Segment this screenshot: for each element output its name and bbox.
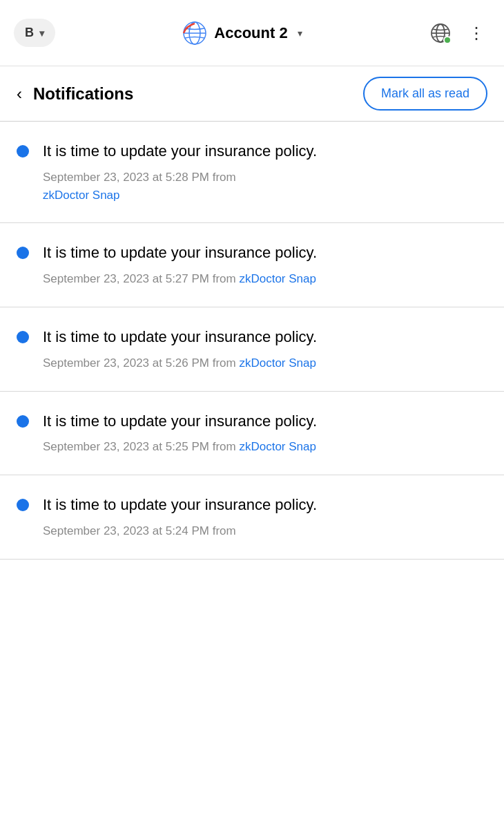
back-button[interactable]: ‹: [17, 84, 22, 104]
notification-content: It is time to update your insurance poli…: [43, 242, 487, 287]
notification-message: It is time to update your insurance poli…: [43, 327, 487, 348]
account-name-label: Account 2: [214, 24, 287, 42]
unread-dot: [17, 331, 29, 343]
notification-timestamp: September 23, 2023 at 5:27 PM from: [43, 272, 239, 285]
notification-item[interactable]: It is time to update your insurance poli…: [0, 223, 504, 307]
notification-list: It is time to update your insurance poli…: [0, 122, 504, 560]
notification-meta: September 23, 2023 at 5:24 PM from: [43, 523, 487, 540]
notification-timestamp: September 23, 2023 at 5:24 PM from: [43, 524, 236, 537]
account-chevron-icon: ▾: [298, 28, 302, 39]
more-options-button[interactable]: ⋮: [463, 21, 490, 46]
notification-content: It is time to update your insurance poli…: [43, 327, 487, 372]
top-right-icons: ⋮: [429, 21, 490, 46]
notification-item[interactable]: It is time to update your insurance poli…: [0, 307, 504, 392]
account-initial: B: [25, 26, 34, 40]
notification-message: It is time to update your insurance poli…: [43, 141, 487, 162]
account-b-button[interactable]: B ▾: [14, 19, 55, 47]
account-b-chevron-icon: ▾: [39, 28, 44, 39]
notification-content: It is time to update your insurance poli…: [43, 411, 487, 456]
unread-dot: [17, 145, 29, 158]
notification-item[interactable]: It is time to update your insurance poli…: [0, 475, 504, 560]
page-title: Notifications: [33, 84, 133, 104]
top-bar: B ▾ Account 2 ▾ ⋮: [0, 0, 504, 66]
notification-timestamp: September 23, 2023 at 5:28 PM from: [43, 171, 236, 184]
notification-timestamp: September 23, 2023 at 5:26 PM from: [43, 356, 239, 370]
status-dot: [443, 36, 452, 44]
back-section: ‹ Notifications: [17, 84, 133, 104]
account-selector[interactable]: Account 2 ▾: [182, 21, 302, 46]
notification-message: It is time to update your insurance poli…: [43, 495, 487, 516]
notification-item[interactable]: It is time to update your insurance poli…: [0, 122, 504, 223]
notification-item[interactable]: It is time to update your insurance poli…: [0, 392, 504, 476]
notification-source[interactable]: zkDoctor Snap: [239, 272, 316, 285]
notification-message: It is time to update your insurance poli…: [43, 411, 487, 432]
unread-dot: [17, 499, 29, 511]
notification-meta: September 23, 2023 at 5:28 PM fromzkDoct…: [43, 169, 487, 204]
notification-message: It is time to update your insurance poli…: [43, 242, 487, 264]
notification-source[interactable]: zkDoctor Snap: [239, 440, 316, 453]
notification-meta: September 23, 2023 at 5:25 PM from zkDoc…: [43, 439, 487, 455]
notification-source[interactable]: zkDoctor Snap: [239, 356, 316, 370]
globe-status-button[interactable]: [429, 22, 452, 44]
account-globe-icon: [182, 21, 207, 46]
notification-meta: September 23, 2023 at 5:27 PM from zkDoc…: [43, 271, 487, 287]
unread-dot: [17, 247, 29, 259]
notification-source[interactable]: zkDoctor Snap: [43, 187, 487, 204]
notification-timestamp: September 23, 2023 at 5:25 PM from: [43, 440, 239, 453]
notification-content: It is time to update your insurance poli…: [43, 141, 487, 203]
mark-all-read-button[interactable]: Mark all as read: [363, 77, 487, 111]
unread-dot: [17, 415, 29, 428]
notification-content: It is time to update your insurance poli…: [43, 495, 487, 540]
notifications-header: ‹ Notifications Mark all as read: [0, 66, 504, 122]
notification-meta: September 23, 2023 at 5:26 PM from zkDoc…: [43, 355, 487, 372]
